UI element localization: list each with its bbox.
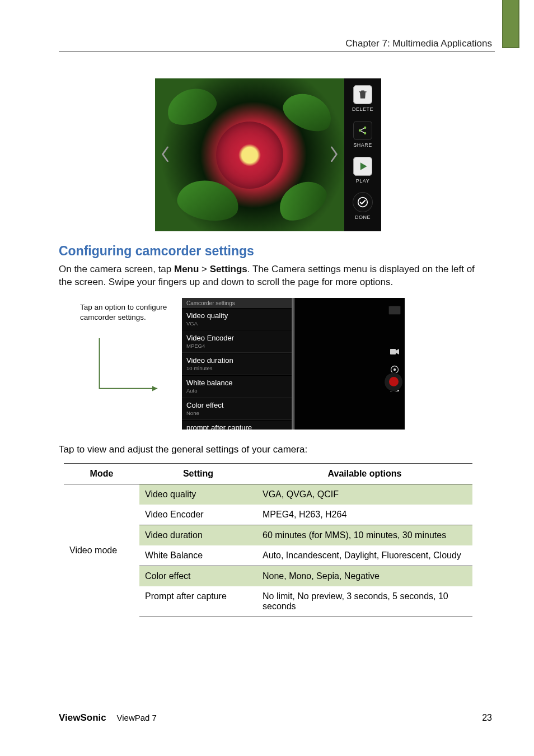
callout-text: Tap an option to configure camcorder set… [80, 298, 182, 323]
page-number: 23 [482, 713, 492, 723]
videocam-icon[interactable] [390, 348, 399, 357]
leaf-decor [278, 86, 338, 138]
opts-cell: VGA, QVGA, QCIF [257, 484, 472, 505]
share-label: SHARE [353, 142, 372, 148]
setting-cell: Video quality [139, 484, 257, 505]
thumbnail-icon[interactable] [388, 306, 401, 315]
review-player-screenshot: DELETE SHARE PLAY DONE [155, 78, 381, 231]
delete-button[interactable]: DELETE [346, 82, 379, 115]
opts-cell: No limit, No preview, 3 seconds, 5 secon… [257, 586, 472, 617]
done-label: DONE [355, 214, 371, 220]
section-intro-para: On the camera screen, tap Menu > Setting… [59, 263, 477, 289]
footer-product-name: ViewPad 7 [117, 713, 157, 722]
svg-point-6 [394, 368, 396, 371]
footer-product: ViewPad 7 [112, 713, 157, 722]
photo-preview [155, 78, 344, 231]
page-accent-bar [502, 0, 519, 48]
opts-cell: MPEG4, H263, H264 [257, 505, 472, 525]
svg-point-0 [359, 129, 361, 132]
opts-cell: 60 minutes (for MMS), 10 minutes, 30 min… [257, 525, 472, 545]
menu-bold: Menu [174, 264, 199, 274]
review-actions-panel: DELETE SHARE PLAY DONE [344, 78, 381, 231]
menu-row-prompt-after-capture[interactable]: prompt after capture No preview(default) [182, 420, 292, 430]
col-mode: Mode [64, 463, 139, 484]
table-intro-para: Tap to view and adjust the general setti… [59, 444, 477, 455]
svg-point-1 [364, 127, 366, 129]
row-label: Video quality [186, 311, 287, 320]
row-sub: 10 minutes [186, 365, 287, 371]
menu-row-video-duration[interactable]: Video duration 10 minutes [182, 353, 292, 375]
row-sub: MPEG4 [186, 343, 287, 349]
prev-photo-arrow[interactable] [161, 146, 171, 164]
share-button[interactable]: SHARE [346, 118, 379, 151]
footer-brand: ViewSonic [59, 712, 106, 723]
page-footer: ViewSonic ViewPad 7 23 [59, 712, 492, 724]
row-label: Color effect [186, 401, 287, 409]
menu-row-white-balance[interactable]: White balance Auto [182, 375, 292, 398]
callout-arrow [97, 338, 158, 400]
col-setting: Setting [139, 463, 257, 484]
delete-label: DELETE [352, 106, 373, 112]
setting-cell: White Balance [139, 545, 257, 566]
callout-span: Tap an option to configure camcorder set… [80, 303, 167, 321]
menu-row-video-quality[interactable]: Video quality VGA [182, 308, 292, 330]
menu-row-color-effect[interactable]: Color effect None [182, 398, 292, 420]
footer-left: ViewSonic ViewPad 7 [59, 712, 157, 724]
para-text: On the camera screen, tap [59, 264, 174, 274]
setting-cell: Video duration [139, 525, 257, 545]
done-button[interactable]: DONE [346, 189, 379, 223]
next-photo-arrow[interactable] [329, 146, 339, 164]
play-label: PLAY [356, 178, 369, 184]
menu-title: Camcorder settings [182, 298, 292, 308]
play-button[interactable]: PLAY [346, 153, 379, 187]
camera-side-icons [387, 306, 402, 394]
opts-cell: None, Mono, Sepia, Negative [257, 566, 472, 586]
flower-decor [216, 122, 283, 189]
para-sep: > [199, 264, 209, 274]
row-sub: VGA [186, 320, 287, 326]
record-dot-icon [389, 377, 399, 386]
header-rule [59, 52, 495, 52]
panel-splitter [292, 298, 295, 430]
record-button[interactable] [384, 372, 403, 391]
svg-rect-4 [390, 349, 396, 354]
settings-table: Mode Setting Available options Video mod… [64, 463, 472, 617]
col-opts: Available options [257, 463, 472, 484]
row-sub: None [186, 410, 287, 416]
setting-cell: Color effect [139, 566, 257, 586]
menu-row-video-encoder[interactable]: Video Encoder MPEG4 [182, 330, 292, 353]
row-label: Video duration [186, 356, 287, 365]
row-sub: Auto [186, 388, 287, 394]
section-heading: Configuring camcorder settings [59, 244, 477, 259]
row-label: White balance [186, 379, 287, 387]
camcorder-settings-figure: Tap an option to configure camcorder set… [80, 298, 477, 430]
page-content: DELETE SHARE PLAY DONE Configuring camco… [59, 78, 477, 617]
setting-cell: Prompt after capture [139, 586, 257, 617]
row-label: Video Encoder [186, 334, 287, 342]
setting-cell: Video Encoder [139, 505, 257, 525]
camcorder-settings-menu: Camcorder settings Video quality VGA Vid… [182, 298, 292, 430]
svg-point-2 [364, 132, 366, 134]
mode-cell: Video mode [64, 484, 139, 617]
opts-cell: Auto, Incandescent, Daylight, Fluorescen… [257, 545, 472, 566]
camcorder-settings-screenshot: Camcorder settings Video quality VGA Vid… [182, 298, 405, 430]
leaf-decor [162, 82, 221, 130]
row-label: prompt after capture [186, 423, 287, 430]
leaf-decor [272, 174, 332, 228]
chapter-header: Chapter 7: Multimedia Applications [345, 38, 492, 49]
settings-bold: Settings [210, 264, 247, 274]
